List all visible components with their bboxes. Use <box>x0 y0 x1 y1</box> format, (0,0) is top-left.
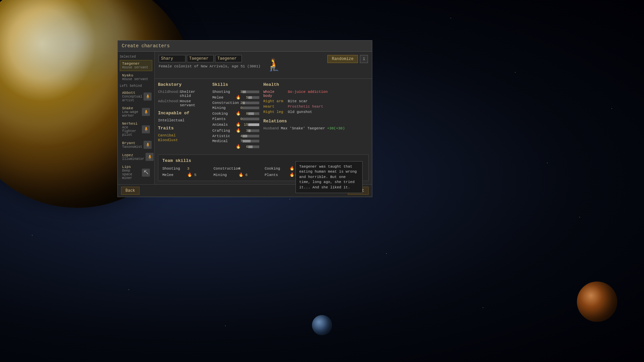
skill-mining: Mining 0 <box>212 106 259 110</box>
skill-cooking-label: Cooking <box>212 112 236 116</box>
info-button[interactable]: i <box>360 55 368 63</box>
char-nerhesi-role: Ace fighter pilot <box>122 126 141 137</box>
skill-artistic-label: Artistic <box>212 134 236 138</box>
skill-cooking: Cooking 🔥 8 <box>212 111 259 116</box>
skill-construction-bar <box>243 102 259 104</box>
char-item-bryant[interactable]: Bryant Taxonomist 🧍 <box>120 139 152 150</box>
create-characters-dialog: Create characters Selected Taegener Hous… <box>117 40 372 197</box>
char-lips-name: Lips <box>122 165 141 169</box>
skill-crafting-value: 3 <box>241 129 248 133</box>
skill-medical-label: Medical <box>212 139 236 143</box>
char-lopez-role: Illuminator <box>122 157 144 161</box>
dialog-title-text: Create characters <box>122 43 170 49</box>
relations-title: Relations <box>263 119 369 124</box>
health-heart: Heart Prosthetic heart <box>263 105 369 109</box>
name-inputs-group <box>159 55 261 62</box>
char-item-snake[interactable]: Snake Low-wage worker 🧍 <box>120 105 152 119</box>
char-item-lips[interactable]: Lips Deep space miner ⛏ <box>120 163 152 182</box>
skill-plants-label: Plants <box>212 117 236 121</box>
health-part-arm: Right arm <box>263 99 285 103</box>
health-part-heart: Heart <box>263 105 285 109</box>
team-cooking-fire: 🔥 <box>289 166 294 171</box>
social-fire-icon: 🔥 <box>236 144 241 149</box>
char-nyaku-name: Nyaku <box>122 73 150 77</box>
char-item-nyaku[interactable]: Nyaku House servant <box>120 72 152 83</box>
team-skill-shooting: Shooting 3 <box>162 166 211 171</box>
char-bryant-avatar: 🧍 <box>144 141 152 149</box>
char-snake-name: Snake <box>122 106 141 110</box>
selected-label: Selected <box>120 55 152 59</box>
char-item-taegener[interactable]: Taegener House servant <box>120 60 152 71</box>
skill-construction: Construction 2 <box>212 101 259 105</box>
character-header: Female colonist of New Arrivals, age 51 … <box>155 52 372 79</box>
char-nyaku-info: Nyaku House servant <box>122 73 150 81</box>
char-abbott-info: Abbott Conceptual artist <box>122 91 142 102</box>
character-list: Selected Taegener House servant Nyaku Ho… <box>118 52 155 184</box>
team-mining-label: Mining <box>214 173 237 177</box>
team-skill-mining: Mining 🔥 6 <box>214 172 262 177</box>
crafting-fire-icon: 🔥 <box>236 128 241 133</box>
traits-title: Traits <box>158 126 208 131</box>
health-part-leg: Right leg <box>263 110 285 114</box>
skill-mining-bar <box>243 107 259 109</box>
health-cond-prosheart: Prosthetic heart <box>288 105 323 109</box>
tooltip-text: Taegener was taught that eating human me… <box>299 165 357 189</box>
trait-bloodlust: Bloodlust <box>158 138 208 142</box>
relation-husband: Husband Max 'Snake' Taegener +30(+30) <box>263 126 369 130</box>
character-description: Female colonist of New Arrivals, age 51 … <box>159 64 261 68</box>
adulthood-value: House servant <box>180 99 208 107</box>
char-nerhesi-info: Nerhesi Ace fighter pilot <box>122 122 141 137</box>
small-planet <box>577 282 617 322</box>
skill-medical-bar <box>243 140 259 142</box>
skill-shooting-bar <box>243 90 259 93</box>
skill-cooking-value: 8 <box>241 112 248 116</box>
back-button[interactable]: Back <box>121 187 140 195</box>
skill-crafting-label: Crafting <box>212 129 236 133</box>
char-bryant-info: Bryant Taxonomist <box>122 141 142 149</box>
skill-melee-label: Melee <box>212 96 236 100</box>
melee-fire-icon: 🔥 <box>236 95 241 100</box>
skill-artistic-value: 4 <box>236 134 243 138</box>
character-avatar-main: 🧎 <box>264 55 284 75</box>
char-lopez-name: Lopez <box>122 153 144 157</box>
bloodlust-tooltip: Taegener was taught that eating human me… <box>296 161 363 193</box>
char-lopez-info: Lopez Illuminator <box>122 153 144 161</box>
cooking-fire-icon: 🔥 <box>236 111 241 116</box>
team-construction-label: Construction <box>214 167 237 171</box>
team-mining-val: 6 <box>246 173 248 177</box>
randomize-button[interactable]: Randomize <box>327 55 358 63</box>
first-name-input[interactable] <box>159 55 185 62</box>
health-cond-gojuice: Go-juice addiction <box>288 90 328 98</box>
last-name-input[interactable] <box>215 55 242 62</box>
character-header-left: Female colonist of New Arrivals, age 51 … <box>159 55 261 68</box>
childhood-label: Childhood: <box>158 90 180 98</box>
char-bryant-role: Taxonomist <box>122 145 142 149</box>
char-taegener-name: Taegener <box>122 62 150 66</box>
skill-melee-value: 5 <box>241 96 248 100</box>
char-abbott-avatar: 🧍 <box>144 93 152 101</box>
skill-melee: Melee 🔥 5 <box>212 95 259 100</box>
health-cond-bitescar: Bite scar <box>288 99 308 103</box>
skill-shooting-value: 3 <box>236 90 243 94</box>
team-shooting-label: Shooting <box>162 167 186 171</box>
skill-animals: Animals 🔥 15 <box>212 122 259 127</box>
team-melee-val: 5 <box>194 173 197 177</box>
detail-panels: Backstory Childhood: Shelter child Adult… <box>155 79 372 155</box>
skill-animals-label: Animals <box>212 123 236 127</box>
team-mining-fire: 🔥 <box>238 172 244 177</box>
moon <box>312 315 332 335</box>
skill-cooking-bar <box>248 112 259 115</box>
health-title: Health <box>263 82 369 87</box>
char-lips-role: Deep space miner <box>122 169 141 180</box>
char-item-nerhesi[interactable]: Nerhesi Ace fighter pilot 🧍 <box>120 120 152 138</box>
dialog-title: Create characters <box>118 41 372 52</box>
char-item-lopez[interactable]: Lopez Illuminator 🧍 <box>120 151 152 163</box>
char-item-abbott[interactable]: Abbott Conceptual artist 🧍 <box>120 89 152 104</box>
incapable-section: Incapable of Intellectual <box>158 111 208 122</box>
middle-name-input[interactable] <box>187 55 214 62</box>
health-right-leg: Right leg Old gunshot <box>263 110 369 114</box>
skill-artistic: Artistic 4 <box>212 134 259 138</box>
adulthood-row: Adulthood: House servant <box>158 99 208 107</box>
header-buttons: Randomize i <box>327 55 368 63</box>
skill-shooting-label: Shooting <box>212 90 236 94</box>
